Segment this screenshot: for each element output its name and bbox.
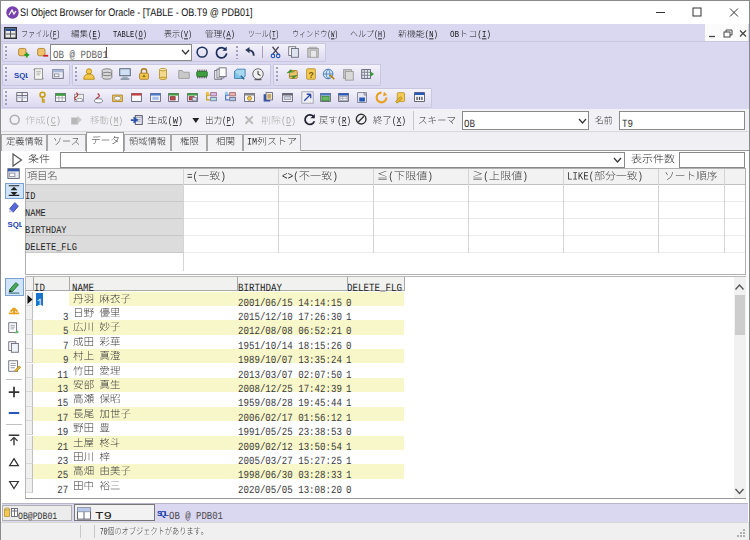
svg-text:SQL: SQL — [8, 220, 23, 229]
svg-text:SQL: SQL — [157, 509, 169, 518]
svg-text:?: ? — [308, 70, 313, 80]
svg-text:SQL: SQL — [14, 71, 28, 80]
